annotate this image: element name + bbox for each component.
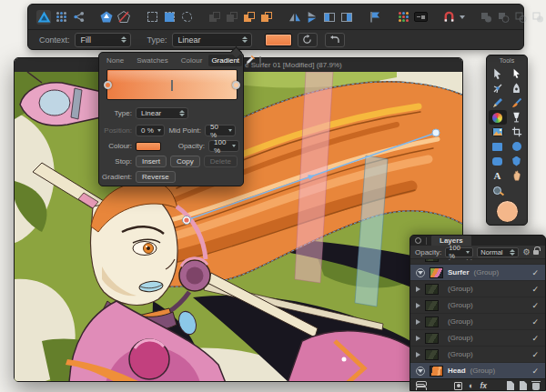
layer-thumbnail[interactable]	[425, 300, 439, 311]
gradient-midpoint-tick[interactable]	[171, 80, 173, 91]
blend-mode-select[interactable]: Normal	[477, 247, 519, 257]
collapse-caret-icon[interactable]	[416, 268, 425, 277]
layer-visibility-check[interactable]: ✓	[531, 268, 539, 277]
layer-visibility-check[interactable]: ✓	[531, 285, 539, 294]
mask-layer-icon[interactable]	[454, 382, 462, 390]
layer-visibility-check[interactable]: ✓	[531, 301, 539, 310]
fill-tool[interactable]	[489, 110, 507, 125]
boolean-add-icon[interactable]	[479, 10, 493, 25]
vector-brush-tool[interactable]	[508, 95, 526, 110]
ellipse-tool[interactable]	[508, 139, 526, 154]
snapping-caret-icon[interactable]	[460, 15, 465, 19]
layer-row[interactable]: (Group) ✓	[410, 297, 545, 314]
reverse-gradient-button[interactable]: Reverse	[136, 171, 176, 183]
layer-visibility-check[interactable]: ✓	[531, 367, 539, 376]
copy-stop-button[interactable]: Copy	[170, 156, 200, 167]
boolean-divide-icon[interactable]	[531, 10, 545, 25]
layer-thumbnail[interactable]	[430, 366, 443, 377]
lasso-icon[interactable]	[179, 10, 194, 25]
designer-persona-icon[interactable]	[36, 10, 51, 25]
marquee-filled-icon[interactable]	[162, 10, 177, 25]
pixel-persona-icon[interactable]	[54, 10, 68, 25]
layer-row[interactable]: (Group) ✓	[410, 347, 545, 363]
layer-effects-icon[interactable]: fx	[480, 381, 487, 390]
current-fill-swatch[interactable]	[496, 200, 519, 223]
layer-thumbnail[interactable]	[430, 267, 443, 278]
layer-row[interactable]: (Group) ✓	[410, 314, 545, 330]
delete-stop-button[interactable]: Delete	[204, 156, 238, 167]
move-to-back-icon[interactable]	[207, 10, 222, 25]
divider-toggle-icon[interactable]	[413, 10, 428, 25]
position-select[interactable]: 0 %	[136, 125, 165, 136]
layer-visibility-check[interactable]: ✓	[531, 350, 539, 359]
tab-none[interactable]: None	[104, 55, 126, 66]
layers-stack-icon[interactable]	[416, 384, 425, 387]
place-image-tool[interactable]	[489, 125, 507, 139]
move-to-front-icon[interactable]	[225, 10, 239, 25]
layer-visibility-check[interactable]: ✓	[531, 334, 539, 343]
polygon-arrow-icon[interactable]	[99, 10, 114, 25]
layer-row-surfer[interactable]: Surfer (Group) ✓	[410, 265, 545, 281]
ungroup-icon[interactable]	[259, 10, 274, 25]
layer-row-head[interactable]: Head (Group) ✓	[410, 363, 545, 378]
panel-options-icon[interactable]	[415, 237, 421, 244]
artistic-text-tool[interactable]: A	[489, 168, 507, 183]
insert-behind-icon[interactable]	[339, 10, 354, 25]
layer-settings-gear-icon[interactable]: ⚙	[522, 248, 530, 256]
vector-crop-tool[interactable]	[508, 125, 526, 139]
panel-type-select[interactable]: Linear	[136, 107, 188, 119]
node-tool[interactable]	[508, 66, 526, 81]
layer-thumbnail[interactable]	[425, 349, 439, 360]
expand-caret-icon[interactable]	[416, 303, 420, 308]
flip-horizontal-icon[interactable]	[288, 10, 302, 25]
eyedropper-icon[interactable]	[246, 55, 256, 66]
snapping-magnet-icon[interactable]	[441, 10, 456, 25]
shape-tool[interactable]	[508, 154, 526, 168]
color-dots-icon[interactable]	[396, 10, 410, 25]
point-transform-tool[interactable]	[489, 81, 507, 95]
polygon-slash-icon[interactable]	[116, 10, 131, 25]
rounded-rectangle-tool[interactable]	[489, 154, 507, 168]
boolean-intersect-icon[interactable]	[513, 10, 528, 25]
layer-thumbnail[interactable]	[425, 333, 439, 344]
collapse-caret-icon[interactable]	[416, 367, 425, 376]
export-persona-icon[interactable]	[71, 10, 86, 25]
layer-thumbnail[interactable]	[425, 259, 439, 262]
marquee-icon[interactable]	[145, 10, 159, 25]
pencil-tool[interactable]	[489, 95, 507, 110]
layer-lock-icon[interactable]	[533, 250, 539, 255]
expand-caret-icon[interactable]	[416, 319, 420, 325]
layer-visibility-check[interactable]: ✓	[531, 259, 539, 261]
layer-row[interactable]: (Group) ✓	[410, 330, 545, 347]
zoom-tool[interactable]	[489, 183, 507, 197]
context-select[interactable]: Fill	[75, 33, 131, 47]
tab-colour[interactable]: Colour	[178, 55, 206, 66]
current-color-swatch[interactable]	[259, 56, 261, 65]
delete-layer-icon[interactable]	[532, 383, 540, 390]
view-tool[interactable]	[508, 168, 526, 183]
gradient-bar[interactable]	[106, 69, 238, 100]
pen-tool[interactable]	[508, 81, 526, 95]
group-icon[interactable]	[242, 10, 257, 25]
gradient-end-handle[interactable]	[432, 129, 440, 136]
layer-thumbnail[interactable]	[425, 317, 439, 327]
rectangle-tool[interactable]	[489, 139, 507, 154]
adjustment-layer-icon[interactable]: ◐	[469, 382, 473, 390]
rotate-gradient-icon[interactable]	[298, 33, 318, 47]
boolean-subtract-icon[interactable]	[496, 10, 511, 25]
gradient-type-select[interactable]: Linear	[172, 33, 252, 47]
expand-caret-icon[interactable]	[416, 286, 420, 292]
expand-caret-icon[interactable]	[416, 336, 420, 341]
midpoint-select[interactable]: 50 %	[205, 125, 236, 136]
gradient-stop-start[interactable]	[104, 81, 112, 89]
new-pixel-layer-icon[interactable]	[507, 381, 514, 390]
new-layer-icon[interactable]	[520, 381, 527, 390]
flip-vertical-icon[interactable]	[305, 10, 319, 25]
fill-color-swatch[interactable]	[265, 34, 292, 46]
layers-opacity-select[interactable]: 100 %	[445, 247, 473, 257]
tab-swatches[interactable]: Swatches	[134, 55, 171, 66]
layer-row[interactable]: (Group) ✓	[410, 281, 545, 297]
opacity-select[interactable]: 100 %	[208, 140, 239, 152]
gradient-stop-end[interactable]	[232, 81, 240, 89]
expand-caret-icon[interactable]	[416, 352, 420, 357]
